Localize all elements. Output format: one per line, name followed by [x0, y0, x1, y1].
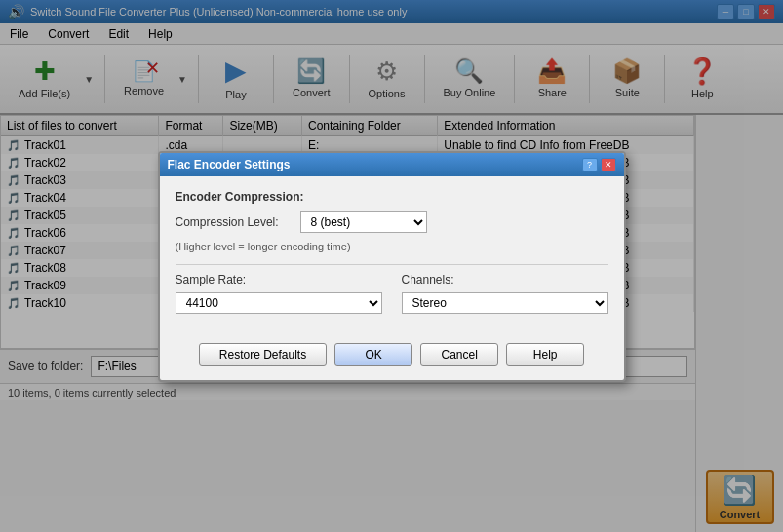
modal-overlay: Flac Encoder Settings ? ✕ Encoder Compre… [0, 0, 783, 532]
flac-encoder-dialog: Flac Encoder Settings ? ✕ Encoder Compre… [158, 151, 626, 382]
modal-body: Encoder Compression: Compression Level: … [160, 176, 624, 335]
encoder-compression-section-title: Encoder Compression: [176, 190, 608, 204]
restore-defaults-button[interactable]: Restore Defaults [199, 343, 327, 366]
sample-channels-row: Sample Rate: 44100 22050 11025 8000 Chan… [176, 273, 608, 314]
modal-title-bar: Flac Encoder Settings ? ✕ [160, 153, 624, 176]
divider1 [176, 264, 608, 265]
channels-select[interactable]: Stereo Mono [402, 292, 608, 314]
modal-help-btn[interactable]: Help [506, 343, 584, 366]
compression-level-select[interactable]: 0 (fastest)12345678 (best) [300, 211, 427, 233]
channels-label: Channels: [402, 273, 608, 286]
compression-note: (Higher level = longer encoding time) [176, 241, 608, 252]
compression-level-label: Compression Level: [176, 215, 293, 229]
cancel-button[interactable]: Cancel [420, 343, 498, 366]
modal-controls: ? ✕ [582, 158, 616, 171]
sample-rate-select[interactable]: 44100 22050 11025 8000 [176, 292, 382, 314]
ok-button[interactable]: OK [334, 343, 412, 366]
modal-close-button[interactable]: ✕ [601, 158, 616, 171]
modal-help-button[interactable]: ? [582, 158, 598, 171]
sample-rate-label: Sample Rate: [176, 273, 382, 286]
sample-rate-group: Sample Rate: 44100 22050 11025 8000 [176, 273, 382, 314]
modal-title: Flac Encoder Settings [168, 158, 291, 171]
modal-footer: Restore Defaults OK Cancel Help [160, 335, 624, 380]
channels-group: Channels: Stereo Mono [402, 273, 608, 314]
compression-level-row: Compression Level: 0 (fastest)12345678 (… [176, 211, 608, 233]
